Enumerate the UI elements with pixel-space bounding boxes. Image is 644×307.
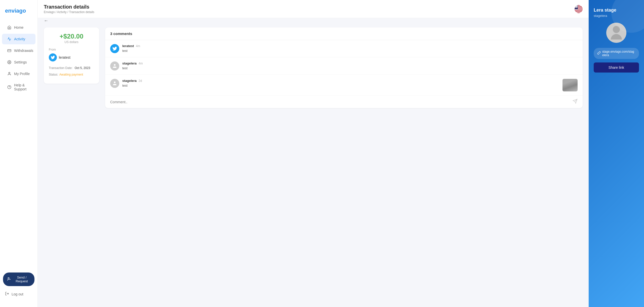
sidebar-item-help[interactable]: Help & Support [2, 80, 35, 94]
content-layout: +$20.00 US dollars From leratest Transac… [44, 27, 583, 108]
date-value: Oct 5, 2023 [75, 66, 90, 70]
content-wrapper: ← +$20.00 US dollars From leratest Trans… [38, 18, 589, 307]
activity-icon [7, 37, 12, 41]
send-comment-button[interactable] [573, 99, 578, 105]
status-badge: Awaiting payment [59, 73, 83, 76]
transaction-amount: +$20.00 [49, 32, 94, 40]
comment-body-2: stagelera 4m test [122, 61, 578, 70]
svg-rect-0 [8, 49, 11, 52]
comment-item: stagelera 4m test [105, 57, 583, 75]
svg-point-44 [576, 7, 576, 8]
comment-avatar-1 [110, 44, 119, 53]
logo-text: enviago [5, 8, 32, 14]
comment-item: stagelera 2d test [105, 75, 583, 96]
from-username: leratest [59, 55, 70, 59]
sidebar-item-settings[interactable]: Settings [2, 57, 35, 67]
transaction-card: +$20.00 US dollars From leratest Transac… [44, 27, 99, 84]
from-label: From [49, 48, 94, 51]
main-content: Transaction details Enviago / Activity /… [38, 0, 589, 307]
svg-point-2 [9, 62, 10, 63]
comment-meta-1: leratest 4m [122, 44, 578, 48]
svg-point-45 [576, 7, 577, 8]
breadcrumb: Enviago / Activity / Transaction details [44, 10, 94, 14]
sidebar-item-withdrawals[interactable]: Withdrawals [2, 45, 35, 56]
header-title-group: Transaction details Enviago / Activity /… [44, 4, 94, 14]
withdrawals-icon [7, 48, 12, 53]
sidebar-item-home-label: Home [14, 25, 23, 29]
svg-point-6 [8, 278, 9, 279]
comment-image-inner [562, 79, 578, 91]
transaction-currency: US dollars [49, 40, 94, 44]
send-request-icon [7, 277, 11, 282]
svg-point-25 [575, 6, 576, 6]
right-panel-username: stagelera [594, 14, 607, 18]
comment-input-row [105, 96, 583, 108]
comment-time-3: 2d [139, 79, 142, 83]
svg-point-20 [575, 5, 575, 6]
logo: enviago [0, 5, 37, 22]
comment-input[interactable] [110, 100, 573, 104]
svg-point-21 [575, 5, 576, 6]
svg-point-47 [114, 64, 116, 66]
svg-rect-13 [575, 6, 583, 6]
logout-label: Log out [12, 292, 23, 296]
comments-section: 3 comments leratest 4m test [105, 27, 583, 108]
svg-rect-16 [575, 9, 583, 10]
share-link-button[interactable]: Share link [594, 62, 639, 73]
comment-username-3: stagelera [122, 79, 137, 83]
comment-username-2: stagelera [122, 61, 137, 65]
svg-point-48 [114, 82, 116, 83]
comment-body-3: stagelera 2d test [122, 79, 559, 87]
comment-text-2: test [122, 66, 578, 70]
logout-item[interactable]: Log out [0, 289, 37, 299]
comment-item: leratest 4m test [105, 40, 583, 57]
svg-rect-17 [575, 11, 583, 11]
comment-avatar-3 [110, 79, 119, 88]
sidebar-nav: Home Activity Withdrawals Settings My Pr [0, 22, 37, 267]
page-header: Transaction details Enviago / Activity /… [38, 0, 589, 18]
page-title: Transaction details [44, 4, 94, 10]
flag-button[interactable] [575, 5, 583, 13]
comment-username-1: leratest [122, 44, 134, 48]
svg-point-29 [575, 6, 575, 7]
comments-header: 3 comments [105, 27, 583, 40]
sidebar-item-home[interactable]: Home [2, 22, 35, 33]
svg-point-46 [577, 7, 577, 8]
transaction-status-row: Status: Awaiting payment [49, 72, 94, 77]
right-panel: Lera stage stagelera stage.enviago.com/s… [589, 0, 644, 307]
svg-point-43 [575, 7, 576, 8]
home-icon [7, 25, 12, 30]
profile-icon [7, 72, 12, 76]
status-label: Status: [49, 73, 58, 76]
settings-icon [7, 60, 12, 64]
back-button[interactable]: ← [44, 18, 48, 23]
sidebar-item-withdrawals-label: Withdrawals [14, 49, 33, 53]
logout-icon [5, 292, 9, 296]
comment-time-2: 4m [139, 62, 143, 65]
comment-text-1: test [122, 49, 578, 53]
comment-meta-2: stagelera 4m [122, 61, 578, 65]
comment-time-1: 4m [136, 44, 140, 48]
comment-text-3: test [122, 84, 559, 87]
sidebar-item-my-profile[interactable]: My Profile [2, 69, 35, 79]
date-label: Transaction Date: [49, 66, 72, 70]
help-icon [7, 85, 12, 89]
transaction-date-row: Transaction Date: Oct 5, 2023 [49, 65, 94, 70]
sidebar-item-activity-label: Activity [14, 37, 25, 41]
svg-rect-18 [575, 12, 583, 12]
profile-link-text: stage.enviago.com/stagelera [602, 50, 635, 57]
from-user-avatar [49, 53, 57, 61]
comment-image [562, 79, 578, 91]
send-request-label: Send / Request [13, 276, 30, 283]
svg-point-3 [9, 72, 10, 74]
comment-meta-3: stagelera 2d [122, 79, 559, 83]
sidebar-bottom: Send / Request Log out [0, 267, 37, 302]
comment-avatar-2 [110, 61, 119, 71]
sidebar: enviago Home Activity Withdrawals Sett [0, 0, 38, 307]
link-icon [597, 51, 601, 56]
sidebar-item-help-label: Help & Support [14, 83, 30, 91]
sidebar-item-activity[interactable]: Activity [2, 34, 35, 44]
sidebar-item-settings-label: Settings [14, 60, 27, 64]
send-request-button[interactable]: Send / Request [3, 272, 34, 286]
profile-link-row: stage.enviago.com/stagelera [594, 48, 639, 59]
